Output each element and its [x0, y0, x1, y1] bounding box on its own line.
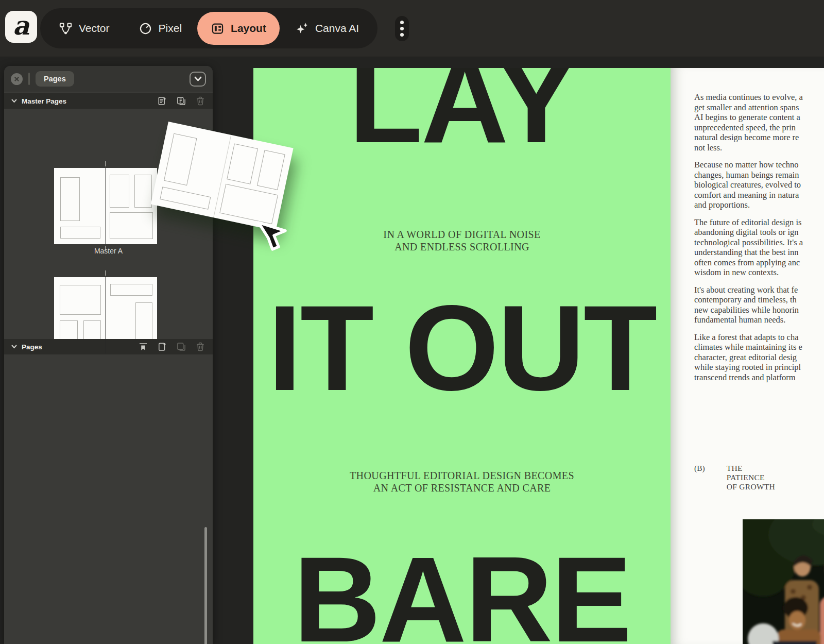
- chevron-down-icon: [11, 99, 17, 103]
- paragraph: As media continues to evolve, a get smal…: [694, 92, 824, 152]
- chevron-down-icon: [11, 345, 17, 349]
- delete-page-icon[interactable]: [195, 342, 205, 352]
- persona-tab-group: Vector Pixel Layout Canva AI: [40, 8, 377, 48]
- body-copy-column: As media continues to evolve, a get smal…: [694, 92, 824, 389]
- master-pages-title: Master Pages: [22, 97, 66, 105]
- master-pages-toolbar: [157, 96, 205, 106]
- tab-layout-label: Layout: [231, 22, 266, 35]
- master-a-thumbnail[interactable]: [54, 168, 157, 244]
- canva-ai-icon: [295, 22, 309, 36]
- tab-pixel-label: Pixel: [159, 22, 182, 35]
- duplicate-page-icon[interactable]: [176, 96, 186, 106]
- paragraph: It's about creating work that fe contemp…: [694, 285, 824, 325]
- layout-icon: [211, 22, 225, 36]
- kicker-top: IN A WORLD OF DIGITAL NOISE AND ENDLESS …: [253, 228, 671, 253]
- add-section-icon[interactable]: [138, 342, 148, 352]
- tab-vector-label: Vector: [79, 22, 110, 35]
- master-pages-section-header[interactable]: Master Pages: [4, 93, 213, 109]
- footnote-marker: (B): [694, 464, 705, 492]
- paragraph: The future of editorial design is abando…: [694, 217, 824, 278]
- panel-header: Pages: [4, 66, 213, 92]
- document-page-right[interactable]: As media continues to evolve, a get smal…: [671, 68, 824, 644]
- collapse-panel-button[interactable]: [190, 72, 206, 87]
- headline-it-out: IT OUT: [253, 287, 671, 409]
- close-panel-button[interactable]: [11, 73, 23, 85]
- kebab-menu-icon: [400, 21, 404, 24]
- tab-canva-ai[interactable]: Canva AI: [282, 12, 372, 45]
- pages-toolbar: [138, 342, 205, 352]
- mouse-cursor: [255, 218, 293, 256]
- chevron-down-icon: [194, 76, 202, 81]
- tab-canva-ai-label: Canva AI: [315, 22, 359, 35]
- overflow-menu-button[interactable]: [395, 16, 409, 41]
- pixel-icon: [139, 22, 152, 36]
- paragraph: Like a forest that adapts to cha climate…: [694, 332, 824, 383]
- group-photo: [743, 519, 824, 644]
- tab-layout[interactable]: Layout: [197, 12, 280, 45]
- tab-vector[interactable]: Vector: [45, 12, 123, 45]
- tab-pixel[interactable]: Pixel: [125, 12, 196, 45]
- pages-section-title: Pages: [22, 343, 42, 351]
- delete-page-icon[interactable]: [195, 96, 205, 106]
- add-page-icon[interactable]: [157, 96, 167, 106]
- pages-section-header[interactable]: Pages: [4, 339, 213, 354]
- panel-tab-pages[interactable]: Pages: [36, 71, 74, 87]
- footnote-block: (B) THE PATIENCE OF GROWTH: [694, 464, 775, 492]
- add-page-icon[interactable]: [157, 342, 167, 352]
- pages-list: LAY IT OUT BARE Pages 4,5: [4, 354, 213, 644]
- affinity-logo[interactable]: a: [5, 11, 37, 43]
- footnote-title: THE PATIENCE OF GROWTH: [727, 464, 775, 492]
- affinity-logo-letter: a: [13, 10, 29, 41]
- panel-scrollbar[interactable]: [204, 527, 207, 644]
- kicker-bottom: THOUGHTFUL EDITORIAL DESIGN BECOMES AN A…: [253, 469, 671, 494]
- close-icon: [14, 76, 20, 82]
- master-a-label: Master A: [4, 247, 213, 255]
- top-toolbar: a Vector Pixel Layout: [0, 0, 824, 57]
- headline-bare: BARE: [253, 539, 671, 644]
- document-page-left[interactable]: LAY IN A WORLD OF DIGITAL NOISE AND ENDL…: [253, 68, 671, 644]
- duplicate-page-icon[interactable]: [176, 342, 186, 352]
- vector-icon: [59, 22, 73, 36]
- header-divider: [28, 73, 30, 85]
- paragraph: Because no matter how techno changes, hu…: [694, 160, 824, 210]
- headline-lay: LAY: [253, 68, 671, 161]
